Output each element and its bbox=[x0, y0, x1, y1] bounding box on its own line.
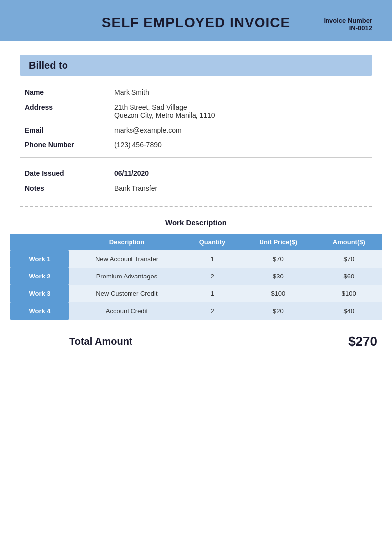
col-header-unit-price: Unit Price($) bbox=[241, 234, 316, 250]
invoice-number-block: Invoice Number IN-0012 bbox=[324, 17, 372, 32]
invoice-number-label: Invoice Number bbox=[324, 17, 372, 24]
billed-phone-row: Phone Number (123) 456-7890 bbox=[20, 138, 372, 152]
work-unit-price: $20 bbox=[241, 302, 316, 320]
work-label: Work 3 bbox=[10, 285, 69, 302]
table-row: Work 2 Premium Advantages 2 $30 $60 bbox=[10, 268, 382, 285]
billed-email-row: Email marks@example.com bbox=[20, 123, 372, 138]
col-header-empty bbox=[10, 234, 69, 250]
email-label: Email bbox=[20, 123, 109, 138]
date-issued-value: 06/11/2020 bbox=[109, 166, 372, 181]
work-unit-price: $100 bbox=[241, 285, 316, 302]
table-row: Work 4 Account Credit 2 $20 $40 bbox=[10, 302, 382, 320]
work-amount: $60 bbox=[316, 268, 382, 285]
total-row: Total Amount $270 bbox=[10, 331, 382, 352]
billed-to-section: Billed to Name Mark Smith Address 21th S… bbox=[20, 55, 372, 196]
col-header-amount: Amount($) bbox=[316, 234, 382, 250]
work-description: New Customer Credit bbox=[69, 285, 184, 302]
work-amount: $70 bbox=[316, 250, 382, 268]
work-description: Account Credit bbox=[69, 302, 184, 320]
work-unit-price: $70 bbox=[241, 250, 316, 268]
invoice-number-value: IN-0012 bbox=[324, 24, 372, 32]
work-description: Premium Advantages bbox=[69, 268, 184, 285]
work-table: Description Quantity Unit Price($) Amoun… bbox=[10, 234, 382, 320]
billed-to-table: Name Mark Smith Address 21th Street, Sad… bbox=[20, 85, 372, 152]
date-notes-table: Date Issued 06/11/2020 Notes Bank Transf… bbox=[20, 166, 372, 196]
work-amount: $40 bbox=[316, 302, 382, 320]
billed-name-row: Name Mark Smith bbox=[20, 85, 372, 100]
work-section-title: Work Description bbox=[10, 218, 382, 227]
notes-value: Bank Transfer bbox=[109, 181, 372, 196]
phone-value: (123) 456-7890 bbox=[109, 138, 372, 152]
work-quantity: 2 bbox=[184, 302, 241, 320]
work-table-header-row: Description Quantity Unit Price($) Amoun… bbox=[10, 234, 382, 250]
work-quantity: 1 bbox=[184, 285, 241, 302]
dashed-divider bbox=[20, 206, 372, 207]
billed-address-row: Address 21th Street, Sad VillageQuezon C… bbox=[20, 100, 372, 123]
table-row: Work 3 New Customer Credit 1 $100 $100 bbox=[10, 285, 382, 302]
billed-to-header: Billed to bbox=[20, 55, 372, 76]
email-value: marks@example.com bbox=[109, 123, 372, 138]
name-label: Name bbox=[20, 85, 109, 100]
total-label: Total Amount bbox=[10, 336, 132, 347]
page: SELF EMPLOYED INVOICE Invoice Number IN-… bbox=[0, 0, 392, 555]
work-label: Work 1 bbox=[10, 250, 69, 268]
address-value: 21th Street, Sad VillageQuezon City, Met… bbox=[109, 100, 372, 123]
phone-label: Phone Number bbox=[20, 138, 109, 152]
table-row: Work 1 New Account Transfer 1 $70 $70 bbox=[10, 250, 382, 268]
work-description: New Account Transfer bbox=[69, 250, 184, 268]
notes-row: Notes Bank Transfer bbox=[20, 181, 372, 196]
work-quantity: 1 bbox=[184, 250, 241, 268]
notes-label: Notes bbox=[20, 181, 109, 196]
billed-divider bbox=[20, 157, 372, 158]
work-unit-price: $30 bbox=[241, 268, 316, 285]
total-value: $270 bbox=[348, 334, 382, 349]
work-label: Work 2 bbox=[10, 268, 69, 285]
work-section: Work Description Description Quantity Un… bbox=[10, 218, 382, 320]
col-header-quantity: Quantity bbox=[184, 234, 241, 250]
billed-to-title: Billed to bbox=[29, 60, 68, 70]
work-amount: $100 bbox=[316, 285, 382, 302]
date-issued-row: Date Issued 06/11/2020 bbox=[20, 166, 372, 181]
address-label: Address bbox=[20, 100, 109, 123]
header: SELF EMPLOYED INVOICE Invoice Number IN-… bbox=[0, 0, 392, 41]
name-value: Mark Smith bbox=[109, 85, 372, 100]
date-issued-label: Date Issued bbox=[20, 166, 109, 181]
col-header-description: Description bbox=[69, 234, 184, 250]
work-label: Work 4 bbox=[10, 302, 69, 320]
page-title: SELF EMPLOYED INVOICE bbox=[20, 15, 372, 31]
work-quantity: 2 bbox=[184, 268, 241, 285]
